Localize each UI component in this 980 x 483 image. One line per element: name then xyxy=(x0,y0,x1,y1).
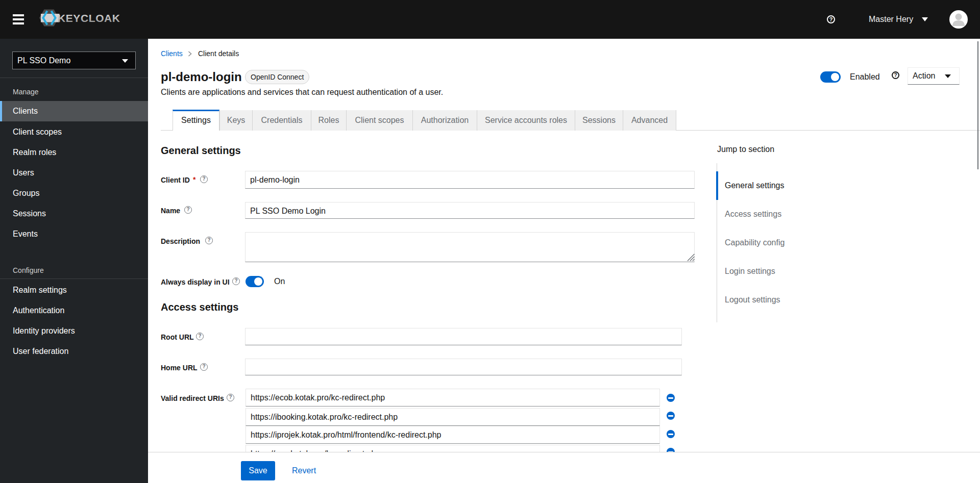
svg-text:KEYCLOAK: KEYCLOAK xyxy=(58,12,120,24)
